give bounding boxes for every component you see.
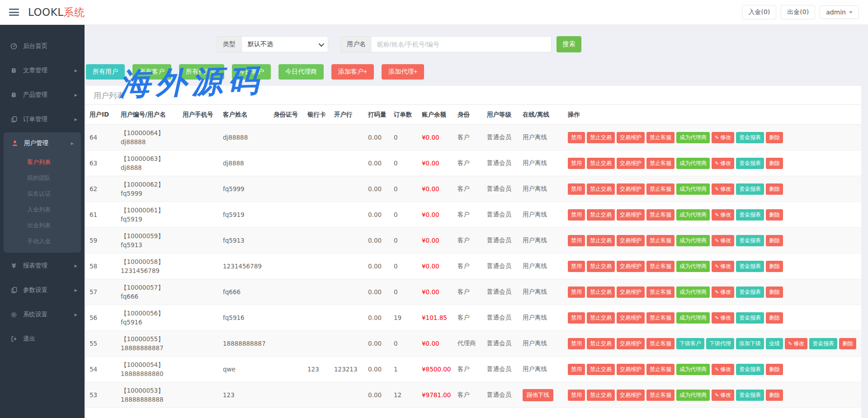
- disable-button[interactable]: 禁用: [568, 183, 585, 195]
- edit-button[interactable]: ✎修改: [712, 390, 734, 401]
- sub-customers-button[interactable]: 下级客户: [676, 338, 704, 349]
- fund-report-button[interactable]: 资金报表: [736, 390, 764, 401]
- delete-button[interactable]: 删除: [766, 261, 783, 272]
- fund-report-button[interactable]: 资金报表: [736, 183, 764, 195]
- delete-button[interactable]: 删除: [766, 132, 783, 143]
- trade-maintain-button[interactable]: 交易维护: [617, 261, 645, 272]
- become-agent-button[interactable]: 成为代理商: [676, 235, 710, 246]
- ban-service-button[interactable]: 禁止客服: [646, 286, 675, 298]
- edit-button[interactable]: ✎修改: [712, 183, 734, 195]
- become-agent-button[interactable]: 成为代理商: [676, 261, 710, 272]
- sidebar-subitem-manual-deposit[interactable]: 手动入金: [4, 233, 81, 249]
- ban-service-button[interactable]: 禁止客服: [646, 390, 675, 401]
- disable-button[interactable]: 禁用: [568, 158, 585, 169]
- fund-report-button[interactable]: 资金报表: [736, 235, 764, 246]
- delete-button[interactable]: 删除: [766, 364, 783, 375]
- become-agent-button[interactable]: 成为代理商: [676, 158, 710, 169]
- trade-maintain-button[interactable]: 交易维护: [617, 312, 645, 324]
- today-customers-button[interactable]: 今日客户: [232, 64, 271, 80]
- sidebar-item-users[interactable]: 用户管理▶: [4, 132, 81, 154]
- today-agents-button[interactable]: 今日代理商: [278, 64, 324, 80]
- trade-maintain-button[interactable]: 交易维护: [617, 286, 645, 298]
- delete-button[interactable]: 删除: [766, 235, 783, 246]
- ban-service-button[interactable]: 禁止客服: [646, 312, 675, 324]
- sidebar-subitem-customer-list[interactable]: 客户列表: [4, 154, 81, 170]
- sidebar-item-orders[interactable]: 订单管理▶: [0, 107, 85, 132]
- delete-button[interactable]: 删除: [766, 286, 783, 298]
- sidebar-subitem-realname-auth[interactable]: 实名认证: [4, 186, 81, 202]
- trade-maintain-button[interactable]: 交易维护: [617, 338, 645, 349]
- user-menu[interactable]: admin: [820, 5, 859, 19]
- become-agent-button[interactable]: 成为代理商: [676, 132, 710, 143]
- fund-report-button[interactable]: 资金报表: [736, 132, 764, 143]
- fund-report-button[interactable]: 资金报表: [736, 364, 764, 375]
- ban-trade-button[interactable]: 禁止交易: [587, 312, 615, 324]
- fund-report-button[interactable]: 资金报表: [736, 158, 764, 169]
- withdraw-button[interactable]: 出金(0): [781, 5, 815, 19]
- sidebar-item-reports[interactable]: ¥报表管理▶: [0, 254, 85, 278]
- become-agent-button[interactable]: 成为代理商: [676, 390, 710, 401]
- ban-service-button[interactable]: 禁止客服: [646, 132, 675, 143]
- ban-service-button[interactable]: 禁止客服: [646, 158, 675, 169]
- trade-maintain-button[interactable]: 交易维护: [617, 235, 645, 246]
- ban-trade-button[interactable]: 禁止交易: [587, 338, 615, 349]
- hamburger-menu-icon[interactable]: [9, 9, 19, 16]
- sidebar-subitem-my-team[interactable]: 我的团队: [4, 170, 81, 186]
- trade-maintain-button[interactable]: 交易维护: [617, 364, 645, 375]
- trade-maintain-button[interactable]: 交易维护: [617, 209, 645, 221]
- ban-trade-button[interactable]: 禁止交易: [587, 235, 615, 246]
- disable-button[interactable]: 禁用: [568, 132, 585, 143]
- add-agent-button[interactable]: 添加代理+: [382, 64, 424, 80]
- edit-button[interactable]: ✎修改: [712, 364, 734, 375]
- sidebar-item-dashboard[interactable]: 后台首页: [0, 34, 85, 58]
- ban-trade-button[interactable]: 禁止交易: [587, 286, 615, 298]
- disable-button[interactable]: 禁用: [568, 312, 585, 324]
- ban-service-button[interactable]: 禁止客服: [646, 364, 675, 375]
- sidebar-item-articles[interactable]: Ƀ文章管理▶: [0, 58, 85, 83]
- ban-trade-button[interactable]: 禁止交易: [587, 364, 615, 375]
- fund-report-button[interactable]: 资金报表: [736, 312, 764, 324]
- disable-button[interactable]: 禁用: [568, 209, 585, 221]
- disable-button[interactable]: 禁用: [568, 261, 585, 272]
- become-agent-button[interactable]: 成为代理商: [676, 364, 710, 375]
- add-customer-button[interactable]: 添加客户+: [331, 64, 374, 80]
- fund-report-button[interactable]: 资金报表: [736, 286, 764, 298]
- disable-button[interactable]: 禁用: [568, 338, 585, 349]
- ban-service-button[interactable]: 禁止客服: [646, 183, 675, 195]
- delete-button[interactable]: 删除: [766, 209, 783, 221]
- all-customers-button[interactable]: 所有客户: [132, 64, 171, 80]
- disable-button[interactable]: 禁用: [568, 235, 585, 246]
- trade-maintain-button[interactable]: 交易维护: [617, 132, 645, 143]
- delete-button[interactable]: 删除: [766, 390, 783, 401]
- sidebar-item-logout[interactable]: 退出: [0, 327, 85, 351]
- disable-button[interactable]: 禁用: [568, 364, 585, 375]
- trade-maintain-button[interactable]: 交易维护: [617, 158, 645, 169]
- ban-trade-button[interactable]: 禁止交易: [587, 261, 615, 272]
- become-agent-button[interactable]: 成为代理商: [676, 209, 710, 221]
- become-agent-button[interactable]: 成为代理商: [676, 183, 710, 195]
- edit-button[interactable]: ✎修改: [785, 338, 807, 349]
- ban-service-button[interactable]: 禁止客服: [646, 209, 675, 221]
- trade-maintain-button[interactable]: 交易维护: [617, 183, 645, 195]
- edit-button[interactable]: ✎修改: [712, 286, 734, 298]
- performance-button[interactable]: 业绩: [766, 338, 783, 349]
- edit-button[interactable]: ✎修改: [712, 312, 734, 324]
- all-agents-button[interactable]: 所有代理商: [179, 64, 224, 80]
- delete-button[interactable]: 删除: [839, 338, 856, 349]
- kick-offline-button[interactable]: 踢他下线: [523, 389, 553, 401]
- ban-trade-button[interactable]: 禁止交易: [587, 132, 615, 143]
- fund-report-button[interactable]: 资金报表: [809, 338, 837, 349]
- edit-button[interactable]: ✎修改: [712, 235, 734, 246]
- sidebar-item-products[interactable]: Ƀ产品管理▶: [0, 83, 85, 107]
- become-agent-button[interactable]: 成为代理商: [676, 286, 710, 298]
- disable-button[interactable]: 禁用: [568, 390, 585, 401]
- become-agent-button[interactable]: 成为代理商: [676, 312, 710, 324]
- deposit-button[interactable]: 入金(0): [742, 5, 776, 19]
- fund-report-button[interactable]: 资金报表: [736, 261, 764, 272]
- ban-trade-button[interactable]: 禁止交易: [587, 209, 615, 221]
- edit-button[interactable]: ✎修改: [712, 209, 734, 221]
- ban-trade-button[interactable]: 禁止交易: [587, 183, 615, 195]
- sidebar-subitem-withdraw-list[interactable]: 出金列表: [4, 217, 81, 233]
- sidebar-item-system[interactable]: 系统设置▶: [0, 302, 85, 327]
- add-sub-button[interactable]: 添加下级: [736, 338, 764, 349]
